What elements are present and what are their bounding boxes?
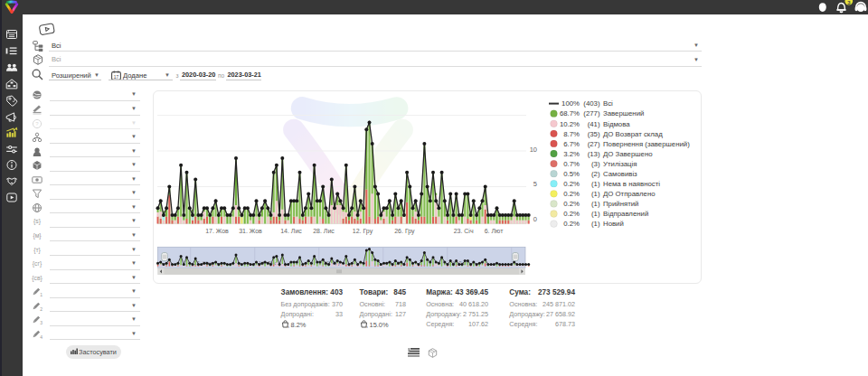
svg-text:x: x	[288, 325, 289, 328]
svg-text:0.5%: 0.5%	[563, 169, 580, 177]
svg-text:68.7%: 68.7%	[560, 109, 580, 118]
svg-text:28. Лис: 28. Лис	[313, 227, 335, 233]
svg-text:Прийнятий: Прийнятий	[603, 200, 638, 208]
svg-text:Нема в наявності: Нема в наявності	[603, 179, 660, 187]
svg-text:x: x	[366, 325, 368, 328]
svg-text:3.2%: 3.2%	[563, 149, 580, 157]
svg-text:ДО Отправлено: ДО Отправлено	[603, 190, 656, 198]
svg-text:0.2%: 0.2%	[563, 200, 580, 208]
svg-text:{м}: {м}	[33, 232, 42, 240]
svg-text:Всі: Всі	[603, 99, 613, 108]
svg-text:Утилізація: Утилізація	[603, 159, 637, 167]
svg-text:0: 0	[533, 214, 537, 222]
svg-text:31. Жов: 31. Жов	[239, 227, 262, 233]
svg-text:26. Гру: 26. Гру	[394, 227, 415, 234]
svg-text:(277): (277)	[583, 109, 600, 118]
svg-text:0.7%: 0.7%	[563, 159, 580, 167]
svg-text:6.7%: 6.7%	[563, 139, 580, 147]
svg-text:4: 4	[40, 334, 42, 339]
svg-text:(3): (3)	[591, 159, 600, 167]
svg-text:0.2%: 0.2%	[563, 220, 580, 228]
svg-text:(1): (1)	[591, 220, 600, 228]
svg-text:Завершений: Завершений	[603, 109, 644, 118]
svg-text:100%: 100%	[561, 99, 580, 108]
svg-text:(1): (1)	[591, 179, 600, 187]
svg-text:0.2%: 0.2%	[563, 190, 580, 198]
svg-text:(1): (1)	[591, 210, 600, 218]
svg-text:(27): (27)	[588, 139, 600, 147]
svg-text:Відмова: Відмова	[603, 119, 630, 127]
svg-text:23. Січ: 23. Січ	[454, 227, 474, 233]
svg-text:(1): (1)	[591, 200, 600, 208]
svg-text:5: 5	[533, 180, 537, 188]
svg-text:2: 2	[40, 306, 42, 311]
svg-text:?: ?	[35, 121, 39, 127]
svg-text:17: 17	[113, 75, 118, 80]
svg-text:{сг}: {сг}	[33, 260, 42, 268]
svg-text:(403): (403)	[583, 99, 600, 108]
svg-text:(41): (41)	[588, 119, 600, 127]
svg-text:6. Лют: 6. Лют	[485, 227, 504, 233]
svg-text:(35): (35)	[588, 129, 600, 137]
svg-text:14. Лис: 14. Лис	[280, 227, 302, 233]
svg-text:Новий: Новий	[603, 220, 624, 228]
svg-text:17. Жов: 17. Жов	[205, 227, 229, 233]
svg-text:{св}: {св}	[32, 275, 42, 282]
svg-text:{т}: {т}	[33, 247, 41, 254]
svg-text:Відправлений: Відправлений	[603, 210, 648, 218]
svg-text:10.2%: 10.2%	[560, 119, 580, 127]
svg-text:0.2%: 0.2%	[563, 179, 580, 187]
svg-text:{s}: {s}	[33, 219, 42, 226]
svg-text:10: 10	[530, 146, 537, 154]
svg-text:Повернення (завершений): Повернення (завершений)	[603, 139, 690, 147]
svg-text:0.2%: 0.2%	[563, 210, 580, 218]
svg-text:(2): (2)	[591, 169, 600, 177]
svg-text:(1): (1)	[591, 190, 600, 198]
svg-text:3: 3	[40, 320, 42, 325]
svg-text:(13): (13)	[588, 149, 600, 157]
svg-text:8.7%: 8.7%	[563, 129, 580, 137]
svg-text:ДО Завершено: ДО Завершено	[603, 149, 653, 157]
svg-text:Самовивіз: Самовивіз	[603, 169, 637, 177]
svg-text:12. Гру: 12. Гру	[353, 227, 373, 234]
svg-text:1: 1	[40, 292, 42, 297]
svg-text:ДО Возврат склад: ДО Возврат склад	[603, 129, 663, 137]
